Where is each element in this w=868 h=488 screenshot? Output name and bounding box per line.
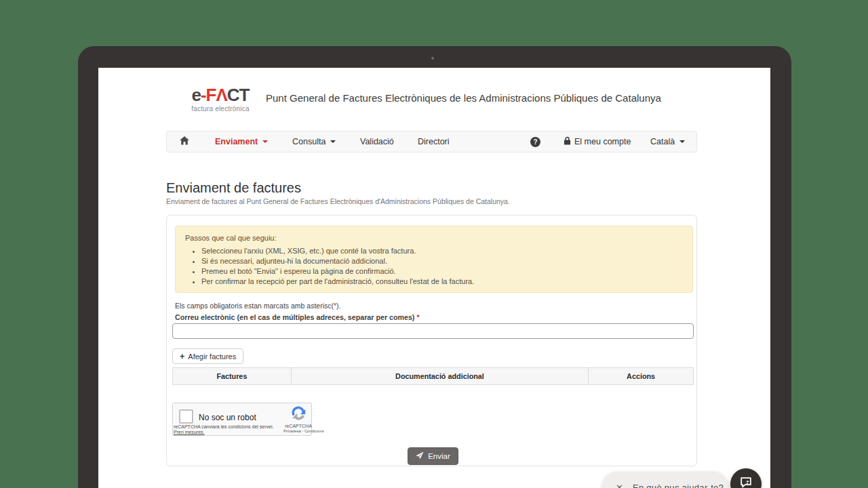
main-nav: Enviament Consulta Validació Directori ?… (166, 131, 697, 152)
nav-item-label: Directori (418, 137, 450, 146)
add-invoices-label: Afegir factures (188, 352, 236, 361)
col-header-documentacio: Documentació addicional (291, 368, 588, 385)
nav-help-button[interactable]: ? (530, 131, 540, 152)
recaptcha-label: No soc un robot (199, 413, 256, 422)
steps-list: Seleccioneu l'arxiu (XML, XSIG, etc.) qu… (185, 247, 683, 287)
chevron-down-icon (679, 140, 685, 143)
chat-prompt-text: En què puc ajudar-te? (633, 483, 724, 488)
site-title: Punt General de Factures Electròniques d… (266, 92, 661, 104)
recaptcha-warning: reCAPTCHA canviarà les condicions del se… (174, 424, 273, 430)
chat-launcher-button[interactable] (730, 468, 762, 488)
nav-item-label: Validació (360, 137, 394, 146)
recaptcha-terms-links[interactable]: Privadesa - Condicions (283, 429, 313, 433)
step-item: Per confirmar la recepció per part de l'… (201, 277, 683, 287)
chevron-down-icon (262, 140, 268, 143)
home-icon (180, 136, 189, 147)
add-invoices-button[interactable]: + Afegir factures (172, 348, 243, 364)
brand-logo[interactable]: e-FΛCT factura electrònica (185, 85, 256, 113)
step-item: Si és necessari, adjunteu-hi la document… (201, 257, 683, 266)
page-subtitle: Enviament de factures al Punt General de… (166, 197, 510, 205)
invoices-table: Factures Documentació addicional Accions (172, 367, 694, 385)
nav-home[interactable] (180, 131, 189, 152)
plus-icon: + (180, 352, 184, 361)
form-panel: Passos que cal que seguiu: Seleccioneu l… (166, 215, 697, 466)
recaptcha-brand-text: reCAPTCHA (283, 424, 313, 428)
asterisk: * (416, 313, 419, 321)
brand-logo-text: e-FΛCT (185, 85, 256, 104)
col-header-accions: Accions (589, 368, 694, 385)
nav-item-label: Consulta (292, 137, 326, 146)
recaptcha-logo-block: reCAPTCHA Privadesa - Condicions (283, 406, 313, 433)
nav-account[interactable]: El meu compte (564, 131, 631, 152)
required-fields-note: Els camps obligatoris estan marcats amb … (175, 302, 341, 310)
recaptcha-logo-icon (291, 412, 307, 424)
email-label: Correu electrònic (en el cas de múltiple… (175, 313, 420, 321)
chat-icon (739, 476, 753, 488)
nav-item-directori[interactable]: Directori (418, 131, 450, 152)
page-title: Enviament de factures (166, 180, 301, 196)
steps-info-box: Passos que cal que seguiu: Seleccioneu l… (175, 226, 693, 293)
nav-language-selector[interactable]: Català (650, 131, 685, 152)
nav-item-enviament[interactable]: Enviament (215, 131, 268, 152)
send-button-label: Enviar (428, 452, 450, 460)
col-header-factures: Factures (173, 368, 292, 385)
brand-tagline: factura electrònica (185, 105, 256, 113)
help-icon: ? (530, 137, 540, 147)
email-input[interactable] (172, 323, 694, 339)
recaptcha-warning-link[interactable]: Pren mesures. (174, 430, 205, 434)
language-label: Català (650, 137, 675, 146)
device-frame: e-FΛCT factura electrònica Punt General … (78, 46, 791, 488)
recaptcha-checkbox[interactable] (179, 409, 193, 424)
table-header-row: Factures Documentació addicional Accions (173, 368, 694, 385)
recaptcha-widget: No soc un robot reCAPTCHA canviarà les c… (172, 403, 312, 436)
chevron-down-icon (330, 140, 336, 143)
step-item: Seleccioneu l'arxiu (XML, XSIG, etc.) qu… (201, 247, 683, 256)
steps-intro: Passos que cal que seguiu: (185, 234, 683, 242)
step-item: Premeu el botó "Envia" i espereu la pàgi… (201, 267, 683, 277)
submit-row: Enviar (172, 447, 694, 465)
send-icon (416, 451, 424, 461)
nav-item-validacio[interactable]: Validació (360, 131, 394, 152)
nav-item-label: Enviament (215, 137, 258, 146)
camera-dot (431, 57, 434, 60)
close-icon[interactable]: ✕ (616, 483, 623, 488)
account-label: El meu compte (574, 137, 631, 146)
nav-item-consulta[interactable]: Consulta (292, 131, 336, 152)
send-button[interactable]: Enviar (408, 447, 458, 465)
screen: e-FΛCT factura electrònica Punt General … (98, 68, 770, 488)
lock-icon (564, 136, 571, 147)
chat-prompt-pill[interactable]: ✕ En què puc ajudar-te? (602, 472, 728, 488)
